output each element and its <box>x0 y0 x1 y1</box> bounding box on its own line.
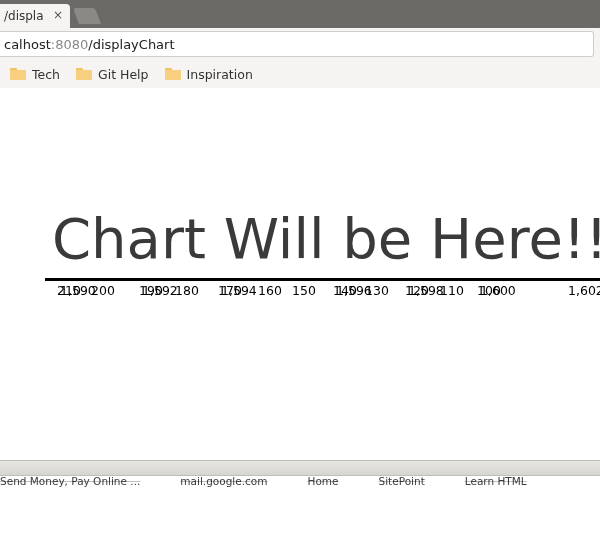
page-title: Chart Will be Here!! <box>52 206 600 271</box>
taskbar-item[interactable]: SitePoint <box>379 475 425 487</box>
url-input[interactable]: calhost:8080/displayChart <box>0 31 594 57</box>
address-bar-row: calhost:8080/displayChart <box>0 28 600 61</box>
page-content: Chart Will be Here!! 2101,5902001901,592… <box>0 88 600 460</box>
bookmarks-bar: Tech Git Help Inspiration <box>0 60 600 89</box>
tab-title: /displa <box>4 9 44 23</box>
chart-x-axis <box>45 278 600 281</box>
axis-tick-label: 150 <box>292 283 316 298</box>
axis-tick-label: 110 <box>440 283 464 298</box>
folder-icon <box>165 68 181 80</box>
axis-tick-label: 1,592 <box>142 283 178 298</box>
axis-tick-label: 130 <box>365 283 389 298</box>
bookmark-inspiration[interactable]: Inspiration <box>157 63 261 85</box>
taskbar-item[interactable]: Learn HTML <box>465 475 527 487</box>
axis-tick-label: 200 <box>91 283 115 298</box>
bookmark-label: Git Help <box>98 67 149 82</box>
url-host: calhost <box>4 37 51 52</box>
axis-tick-label: 1,602 <box>568 283 600 298</box>
taskbar-item[interactable]: Home <box>308 475 339 487</box>
axis-tick-label: 1,594 <box>221 283 257 298</box>
new-tab-button[interactable] <box>73 8 101 24</box>
bookmark-tech[interactable]: Tech <box>2 63 68 85</box>
bookmark-git-help[interactable]: Git Help <box>68 63 157 85</box>
chart-x-ticks: 2101,5902001901,5921801701,5941601501401… <box>45 283 600 303</box>
axis-tick-label: 1,598 <box>408 283 444 298</box>
browser-tab[interactable]: /displa × <box>0 4 70 28</box>
folder-icon <box>76 68 92 80</box>
axis-tick-label: 1,600 <box>480 283 516 298</box>
taskbar-item[interactable]: mail.google.com <box>180 475 267 487</box>
url-path: /displayChart <box>88 37 174 52</box>
tab-strip: /displa × <box>0 0 600 28</box>
close-icon[interactable]: × <box>52 9 64 21</box>
axis-tick-label: 160 <box>258 283 282 298</box>
url-port: :8080 <box>51 37 88 52</box>
folder-icon <box>10 68 26 80</box>
bookmark-label: Tech <box>32 67 60 82</box>
taskbar-labels: Send Money, Pay Online ... mail.google.c… <box>0 474 600 488</box>
axis-tick-label: 180 <box>175 283 199 298</box>
taskbar-item[interactable]: Send Money, Pay Online ... <box>0 475 140 487</box>
bookmark-label: Inspiration <box>187 67 253 82</box>
